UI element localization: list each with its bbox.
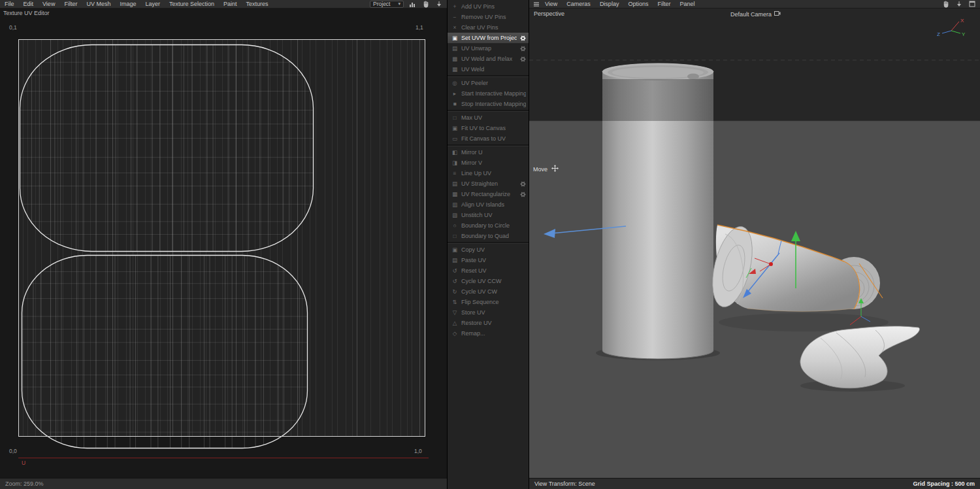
menu-options[interactable]: Options bbox=[623, 1, 653, 7]
menu-file[interactable]: File bbox=[0, 1, 19, 7]
command-align-uv-islands[interactable]: ▥Align UV Islands bbox=[448, 199, 529, 210]
panel-title: Texture UV Editor bbox=[3, 10, 50, 16]
command-label: UV Unwrap bbox=[461, 45, 491, 52]
command-set-uvw-from-projection[interactable]: ▣Set UVW from Projection bbox=[448, 33, 529, 43]
menu-textures[interactable]: Textures bbox=[242, 1, 273, 7]
menu-view[interactable]: View bbox=[540, 1, 562, 7]
command-boundary-to-quad[interactable]: □Boundary to Quad bbox=[448, 231, 529, 241]
command-remove-uv-pins[interactable]: −Remove UV Pins bbox=[448, 12, 529, 22]
settings-gear-icon[interactable] bbox=[520, 181, 526, 187]
menu-display[interactable]: Display bbox=[595, 1, 624, 7]
command-line-up-uv[interactable]: ≡Line Up UV bbox=[448, 168, 529, 178]
command-max-uv[interactable]: □Max UV bbox=[448, 112, 529, 123]
command-label: Remove UV Pins bbox=[461, 14, 506, 20]
viewport-3d[interactable]: Perspective Default Camera Move X Y Z bbox=[529, 8, 980, 478]
settings-gear-icon[interactable] bbox=[520, 35, 526, 41]
command-uv-peeler[interactable]: ◎UV Peeler bbox=[448, 78, 529, 88]
store-uv-icon: ▽ bbox=[451, 307, 458, 318]
command-label: Boundary to Circle bbox=[461, 222, 510, 229]
command-reset-uv[interactable]: ↺Reset UV bbox=[448, 265, 529, 276]
uv-coord-top-left: 0,1 bbox=[9, 24, 17, 31]
command-label: Cycle UV CCW bbox=[461, 278, 502, 284]
command-add-uv-pins[interactable]: +Add UV Pins bbox=[448, 1, 529, 12]
command-flip-sequence[interactable]: ⇅Flip Sequence bbox=[448, 297, 529, 307]
command-unstitch-uv[interactable]: ▨Unstitch UV bbox=[448, 210, 529, 220]
view-name-label[interactable]: Perspective bbox=[534, 10, 564, 17]
arrow-down-icon[interactable] bbox=[955, 0, 963, 8]
command-cycle-uv-cw[interactable]: ↻Cycle UV CW bbox=[448, 286, 529, 297]
axis-y-label: Y bbox=[962, 31, 966, 37]
settings-gear-icon[interactable] bbox=[520, 192, 526, 197]
command-restore-uv[interactable]: △Restore UV bbox=[448, 318, 529, 328]
arrow-down-icon[interactable] bbox=[434, 0, 443, 8]
restore-uv-icon: △ bbox=[451, 318, 458, 328]
hamburger-menu-icon[interactable] bbox=[532, 0, 540, 8]
command-uv-straighten[interactable]: ▤UV Straighten bbox=[448, 178, 529, 189]
command-label: Store UV bbox=[461, 309, 485, 316]
command-fit-uv-to-canvas[interactable]: ▣Fit UV to Canvas bbox=[448, 123, 529, 133]
command-label: Set UVW from Projection bbox=[461, 35, 517, 41]
uv-coord-bottom-left: 0,0 bbox=[9, 448, 17, 454]
menu-uv-mesh[interactable]: UV Mesh bbox=[82, 1, 115, 7]
menu-panel[interactable]: Panel bbox=[675, 1, 699, 7]
menu-filter[interactable]: Filter bbox=[59, 1, 82, 7]
command-boundary-to-circle[interactable]: ○Boundary to Circle bbox=[448, 220, 529, 231]
maximize-icon[interactable] bbox=[968, 0, 976, 8]
hand-icon[interactable] bbox=[421, 0, 430, 8]
uv-peeler-icon: ◎ bbox=[451, 78, 458, 88]
command-label: Boundary to Quad bbox=[461, 233, 509, 239]
command-cycle-uv-ccw[interactable]: ↺Cycle UV CCW bbox=[448, 276, 529, 286]
command-fit-canvas-to-uv[interactable]: ▭Fit Canvas to UV bbox=[448, 133, 529, 144]
menu-layer[interactable]: Layer bbox=[140, 1, 165, 7]
max-uv-icon: □ bbox=[451, 112, 458, 123]
copy-uv-icon: ▣ bbox=[451, 244, 458, 255]
stop-interactive-mapping-icon: ■ bbox=[451, 99, 458, 109]
uv-command-list: +Add UV Pins−Remove UV Pins×Clear UV Pin… bbox=[448, 1, 529, 339]
menu-view[interactable]: View bbox=[38, 1, 59, 7]
move-tool-name: Move bbox=[533, 166, 547, 173]
histogram-icon[interactable] bbox=[408, 0, 417, 8]
viewport-menu-items: ViewCamerasDisplayOptionsFilterPanel bbox=[540, 0, 699, 8]
settings-gear-icon[interactable] bbox=[520, 56, 526, 62]
command-start-interactive-mapping[interactable]: ▸Start Interactive Mapping bbox=[448, 88, 529, 99]
uv-coord-top-right: 1,1 bbox=[416, 24, 423, 31]
command-uv-weld[interactable]: ▦UV Weld bbox=[448, 64, 529, 75]
line-up-uv-icon: ≡ bbox=[451, 168, 458, 178]
uv-canvas[interactable]: 0,1 1,1 0,0 1,0 U bbox=[0, 8, 448, 478]
menu-paint[interactable]: Paint bbox=[219, 1, 242, 7]
menu-image[interactable]: Image bbox=[115, 1, 140, 7]
menu-edit[interactable]: Edit bbox=[19, 1, 39, 7]
menu-filter[interactable]: Filter bbox=[653, 1, 675, 7]
command-uv-weld-and-relax[interactable]: ▩UV Weld and Relax bbox=[448, 54, 529, 64]
cylinder-can-object[interactable] bbox=[596, 63, 720, 360]
uv-weld-icon: ▦ bbox=[451, 64, 458, 75]
hand-icon[interactable] bbox=[941, 0, 950, 8]
command-clear-uv-pins[interactable]: ×Clear UV Pins bbox=[448, 22, 529, 33]
grid-spacing-status: Grid Spacing : 500 cm bbox=[913, 481, 975, 487]
settings-gear-icon[interactable] bbox=[520, 46, 526, 52]
menu-texture-selection[interactable]: Texture Selection bbox=[165, 1, 219, 7]
command-copy-uv[interactable]: ▣Copy UV bbox=[448, 244, 529, 255]
bodypaint-uv-layout: FileEditViewFilterUV MeshImageLayerTextu… bbox=[0, 0, 980, 489]
project-dropdown[interactable]: Project ▾ bbox=[370, 1, 404, 8]
command-label: Line Up UV bbox=[461, 170, 491, 177]
camera-name: Default Camera bbox=[730, 11, 772, 18]
command-store-uv[interactable]: ▽Store UV bbox=[448, 307, 529, 318]
command-uv-rectangularize[interactable]: ▦UV Rectangularize bbox=[448, 189, 529, 199]
command-uv-unwrap[interactable]: ▤UV Unwrap bbox=[448, 43, 529, 54]
menu-cameras[interactable]: Cameras bbox=[562, 1, 595, 7]
command-label: Paste UV bbox=[461, 257, 486, 263]
view-transform-status: View Transform: Scene bbox=[534, 481, 595, 487]
command-paste-uv[interactable]: ▤Paste UV bbox=[448, 255, 529, 265]
command-mirror-v[interactable]: ◨Mirror V bbox=[448, 158, 529, 168]
uv-weld-relax-icon: ▩ bbox=[451, 54, 458, 64]
camera-selector[interactable]: Default Camera bbox=[730, 10, 781, 18]
command-remap[interactable]: ◇Remap... bbox=[448, 328, 529, 339]
axis-orientation-widget: X Y Z bbox=[937, 15, 971, 40]
command-mirror-u[interactable]: ◧Mirror U bbox=[448, 147, 529, 158]
cycle-uv-cw-icon: ↻ bbox=[451, 286, 458, 297]
uv-unwrap-icon: ▤ bbox=[451, 43, 458, 54]
viewport-menubar-right bbox=[941, 0, 980, 8]
command-stop-interactive-mapping[interactable]: ■Stop Interactive Mapping bbox=[448, 99, 529, 109]
gizmo-origin-dot[interactable] bbox=[769, 262, 773, 266]
